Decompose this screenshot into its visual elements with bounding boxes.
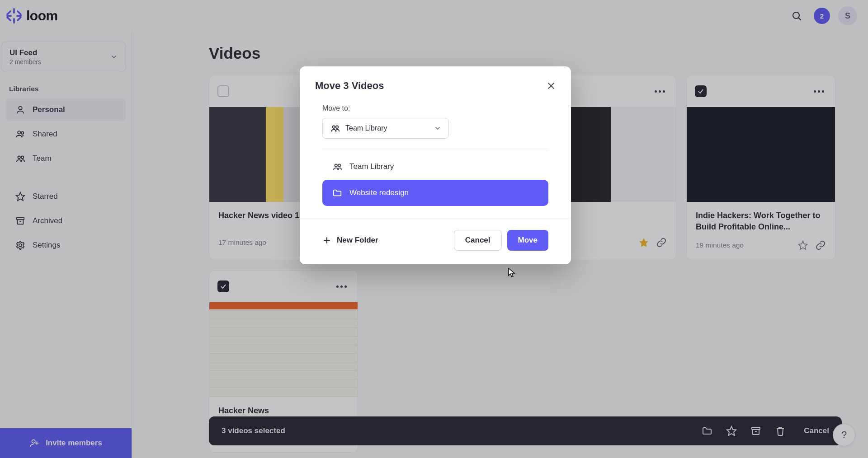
close-icon <box>547 81 556 90</box>
new-folder-button[interactable]: New Folder <box>322 236 378 245</box>
move-button[interactable]: Move <box>507 230 548 251</box>
folder-label: Team Library <box>349 162 394 171</box>
modal-title: Move 3 Videos <box>315 80 384 92</box>
folder-label: Website redesign <box>349 188 409 197</box>
destination-select[interactable]: Team Library <box>322 118 449 139</box>
move-to-label: Move to: <box>322 104 548 112</box>
cancel-label: Cancel <box>465 236 491 245</box>
team-icon <box>332 162 342 172</box>
svg-point-32 <box>333 126 335 129</box>
destination-label: Team Library <box>345 124 387 132</box>
move-label: Move <box>518 236 538 245</box>
svg-point-35 <box>338 164 341 167</box>
folder-icon <box>332 188 342 198</box>
plus-icon <box>322 236 331 245</box>
folder-option-website-redesign[interactable]: Website redesign <box>322 180 548 206</box>
svg-point-33 <box>336 126 339 129</box>
new-folder-label: New Folder <box>337 236 378 245</box>
svg-point-34 <box>335 164 338 167</box>
folder-list: Team Library Website redesign <box>322 154 548 206</box>
team-icon <box>330 123 340 133</box>
cancel-button[interactable]: Cancel <box>454 230 502 251</box>
move-videos-modal: Move 3 Videos Move to: Team Library Team… <box>300 66 571 264</box>
chevron-down-icon <box>434 125 441 132</box>
close-button[interactable] <box>547 81 556 90</box>
divider <box>322 149 548 149</box>
folder-option-team-library[interactable]: Team Library <box>322 154 548 180</box>
